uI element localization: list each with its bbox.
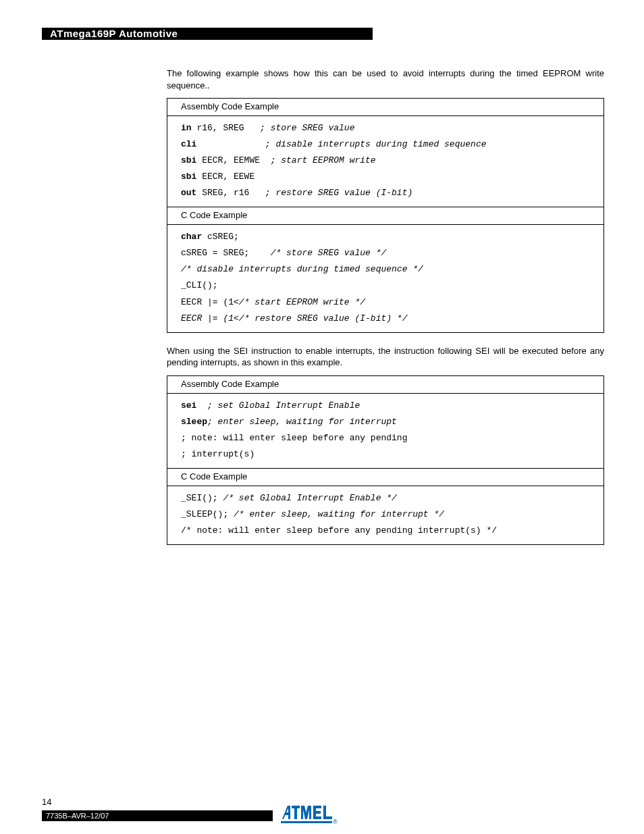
example2-c-header: C Code Example — [167, 469, 603, 486]
example2-c-code: _SEI(); /* set Global Interrupt Enable *… — [167, 486, 603, 544]
registered-mark: ® — [333, 818, 338, 825]
example1-asm-header: Assembly Code Example — [167, 99, 603, 115]
example1-box: Assembly Code Example in r16, SREG ; sto… — [167, 98, 604, 333]
atmel-logo: ® — [281, 800, 336, 825]
atmel-logo-icon — [281, 802, 333, 823]
example1-asm-code: in r16, SREG ; store SREG value cli ; di… — [167, 116, 603, 207]
example2-asm-header: Assembly Code Example — [167, 376, 603, 393]
footer-text: 7735B–AVR–12/07 — [46, 810, 109, 821]
example1-c-code: char cSREG; cSREG = SREG; /* store SREG … — [167, 225, 603, 332]
page-number: 14 — [42, 797, 51, 807]
para-intro2: The following example shows how this can… — [167, 68, 604, 91]
page: ATmega169P Automotive The following exam… — [0, 0, 644, 834]
para-intro1: When using the SEI instruction to enable… — [167, 345, 604, 369]
header-title: ATmega169P Automotive — [50, 28, 178, 40]
example2-box: Assembly Code Example sei ; set Global I… — [167, 375, 604, 545]
content-area: The following example shows how this can… — [42, 68, 602, 552]
example1-c-header: C Code Example — [167, 207, 603, 224]
example2-asm-code: sei ; set Global Interrupt Enable sleep;… — [167, 394, 603, 468]
